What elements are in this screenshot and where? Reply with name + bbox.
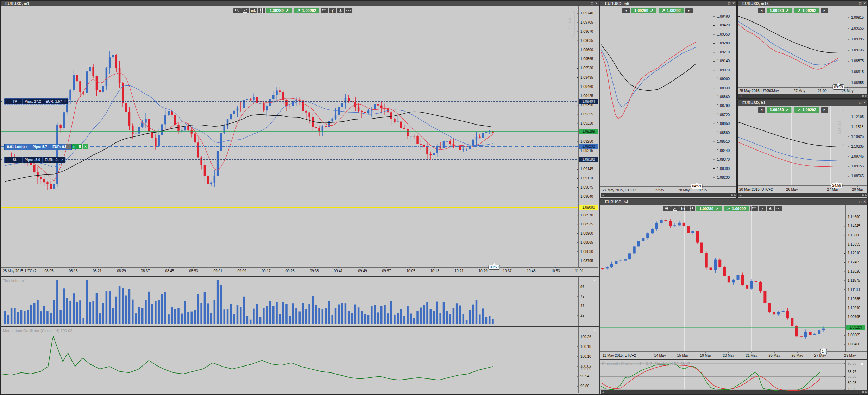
chart-toolbar: m1 1.09289 ↗ ↗ 1.09292 f xyxy=(233,8,352,13)
chart-toolbar: ◄ 1.09289↗ ↗1.09292 ► xyxy=(758,107,828,113)
close-icon[interactable]: × xyxy=(595,1,597,6)
chart-window-m15: EURUSD, m15 □ × ◄ 1.09289↗ ↗1.09292 ► ◄ … xyxy=(738,1,867,98)
window-title: EURUSD, m1 xyxy=(5,1,29,6)
tp-name: TP xyxy=(8,99,22,104)
sl-close-button[interactable]: × xyxy=(59,157,65,163)
chart-type-icon[interactable] xyxy=(687,206,695,211)
buy-button[interactable]: ↗1.09292 xyxy=(794,8,819,13)
prev-icon[interactable]: ◄ xyxy=(758,107,765,113)
tp-eur: EUR: 1.57 xyxy=(43,99,64,104)
scroll-left-icon[interactable]: ◄ xyxy=(739,193,741,197)
sell-button[interactable]: 1.09289↗ xyxy=(767,107,792,113)
chart-type-icon[interactable] xyxy=(258,8,265,13)
restore-icon[interactable]: □ xyxy=(591,1,593,6)
window-titlebar[interactable]: EURUSD, m15 □ × xyxy=(738,1,867,6)
zoom-icon[interactable] xyxy=(663,206,671,211)
alerts-icon[interactable] xyxy=(337,8,344,13)
snapshot-icon[interactable] xyxy=(671,206,679,211)
window-title: EURUSD, m5 xyxy=(605,1,629,6)
scroll-right-icon[interactable]: ● ▶ xyxy=(731,193,736,197)
fx-indicators-icon[interactable]: f xyxy=(329,8,336,13)
close-icon[interactable]: × xyxy=(732,1,735,6)
drag-grip-icon[interactable] xyxy=(738,101,741,104)
link-charts-icon[interactable] xyxy=(775,206,782,211)
ask-price: 1.09292 xyxy=(802,8,816,13)
orders-list-icon[interactable] xyxy=(750,206,758,211)
prev-icon[interactable]: ◄ xyxy=(758,8,765,13)
scroll-strip[interactable]: ◄ ● ▶ xyxy=(601,390,868,394)
chart-toolbar: h4 1.09289↗ ↗1.09292 f xyxy=(663,206,782,211)
buy-button[interactable]: ↗1.09292 xyxy=(724,206,749,211)
drag-grip-icon[interactable] xyxy=(601,2,604,5)
tp-close-button[interactable]: × xyxy=(62,98,68,104)
close-icon[interactable]: × xyxy=(863,199,866,205)
arrow-up-icon: ↗ xyxy=(797,107,800,113)
alerts-icon[interactable] xyxy=(767,206,774,211)
sell-button[interactable]: 1.09289↗ xyxy=(696,206,722,211)
arrow-up-icon: ↗ xyxy=(727,206,730,211)
arrow-up-icon: ↗ xyxy=(797,8,800,13)
prev-icon[interactable]: ◄ xyxy=(622,8,630,13)
position-label[interactable]: 0.01 Lot(s) ↑ Pips: 5.7 EUR: 0.52 xyxy=(4,144,72,150)
bid-price: 1.09289 xyxy=(770,8,784,13)
scroll-strip[interactable]: ◄ ● ▶ xyxy=(738,193,868,197)
scroll-right-icon[interactable]: ● ▶ xyxy=(862,390,867,394)
trading-platform: EURUSD, m1 □ × m1 1.09289 ↗ ↗ 1. xyxy=(0,0,868,395)
restore-icon[interactable]: □ xyxy=(859,199,861,205)
ask-price: 1.09292 xyxy=(302,8,316,13)
scroll-strip[interactable]: ◄ ● ▶ xyxy=(738,94,868,98)
restore-icon[interactable]: □ xyxy=(859,1,861,6)
double-position-icon[interactable]: ⇈ xyxy=(77,144,82,149)
volume-close-icon[interactable]: × xyxy=(593,279,596,282)
next-icon[interactable]: ► xyxy=(821,8,828,13)
window-titlebar[interactable]: EURUSD, m1 □ × xyxy=(1,1,599,6)
drag-grip-icon[interactable] xyxy=(601,200,604,204)
protection-shield-icon[interactable] xyxy=(66,144,71,149)
ask-price: 1.09292 xyxy=(667,8,681,13)
stop-loss-label[interactable]: SL Pips: -5.0 EUR: -0.46 xyxy=(4,157,65,163)
buy-button[interactable]: ↗1.09292 xyxy=(659,8,684,13)
next-icon[interactable]: ► xyxy=(685,8,693,13)
scroll-right-icon[interactable]: ● ▶ xyxy=(862,94,867,98)
snapshot-icon[interactable] xyxy=(241,8,249,13)
momentum-indicator-label: Momentum Oscillator (Close, 14) 100.02 xyxy=(3,329,72,333)
drag-grip-icon[interactable] xyxy=(1,2,4,5)
scroll-left-icon[interactable]: ◄ xyxy=(739,94,741,98)
chart-window-m1: EURUSD, m1 □ × m1 1.09289 ↗ ↗ 1. xyxy=(1,1,599,276)
bid-price: 1.09289 xyxy=(634,8,648,13)
scroll-left-icon[interactable]: ◄ xyxy=(602,193,604,197)
buy-button[interactable]: ↗ 1.09292 xyxy=(294,8,319,13)
take-profit-label[interactable]: TP Pips: 17.2 EUR: 1.57 xyxy=(4,98,64,104)
restore-icon[interactable]: □ xyxy=(728,1,730,6)
arrow-up-icon: ↗ xyxy=(786,107,789,113)
zoom-icon[interactable] xyxy=(233,8,241,13)
scroll-strip[interactable]: ◄ ● ▶ xyxy=(601,193,737,197)
next-icon[interactable]: ► xyxy=(821,107,828,113)
stochastic-close-icon[interactable]: × xyxy=(861,362,863,366)
close-icon[interactable]: × xyxy=(863,100,866,106)
close-icon[interactable]: × xyxy=(863,1,866,6)
window-title: EURUSD, h4 xyxy=(605,200,628,204)
link-charts-icon[interactable] xyxy=(345,8,352,13)
close-position-icon[interactable]: × xyxy=(83,144,88,149)
orders-list-icon[interactable] xyxy=(321,8,328,13)
restore-icon[interactable]: □ xyxy=(859,100,861,106)
sell-button[interactable]: 1.09289↗ xyxy=(767,8,792,13)
volume-panel xyxy=(1,277,599,326)
scroll-right-icon[interactable]: ● ▶ xyxy=(862,193,867,197)
window-titlebar[interactable]: EURUSD, h1 □ × xyxy=(738,100,867,106)
timeframe-button[interactable]: m1 xyxy=(250,8,257,13)
drag-grip-icon[interactable] xyxy=(738,2,741,5)
ask-price: 1.09292 xyxy=(802,107,816,113)
window-titlebar[interactable]: EURUSD, h4 □ × xyxy=(600,199,867,205)
reverse-position-icon[interactable]: ∩ xyxy=(72,144,77,149)
buy-button[interactable]: ↗1.09292 xyxy=(794,107,819,113)
sell-button[interactable]: 1.09289↗ xyxy=(631,8,656,13)
sell-button[interactable]: 1.09289 ↗ xyxy=(266,8,292,13)
fx-indicators-icon[interactable]: f xyxy=(759,206,766,211)
chart-toolbar: ◄ 1.09289↗ ↗1.09292 ► xyxy=(758,8,828,13)
momentum-close-icon[interactable]: × xyxy=(593,329,596,332)
window-titlebar[interactable]: EURUSD, m5 □ × xyxy=(600,1,736,6)
scroll-left-icon[interactable]: ◄ xyxy=(602,390,604,394)
timeframe-button[interactable]: h4 xyxy=(679,206,687,211)
